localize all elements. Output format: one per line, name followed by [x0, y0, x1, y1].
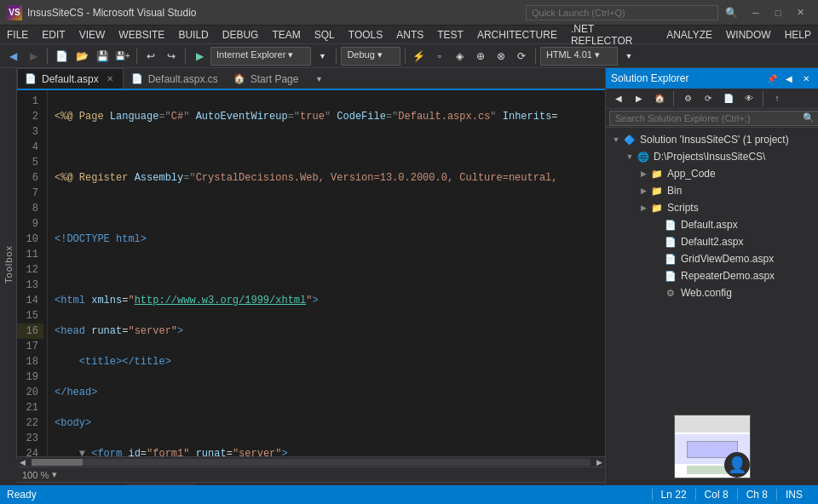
- se-sep-1: [673, 91, 674, 106]
- menu-ants[interactable]: ANTS: [389, 26, 430, 44]
- toolbar-btn-3[interactable]: ◈: [451, 47, 469, 66]
- html-version-selector[interactable]: HTML 4.01 ▾: [540, 47, 618, 66]
- code-content[interactable]: <%@ Page Language="C#" AutoEventWireup="…: [48, 90, 605, 456]
- open-file-button[interactable]: 📂: [72, 47, 91, 66]
- bin-icon: 📁: [650, 184, 664, 198]
- horizontal-scrollbar[interactable]: ◀ ▶: [17, 456, 605, 467]
- close-button[interactable]: ✕: [789, 2, 811, 24]
- menu-website[interactable]: WEBSITE: [112, 26, 171, 44]
- se-refresh-button[interactable]: ⟳: [699, 89, 717, 108]
- code-editor[interactable]: 1 2 3 4 5 6 7 8 9 10 11 12 13 14 15 16 1…: [17, 90, 605, 456]
- menu-debug[interactable]: DEBUG: [216, 26, 266, 44]
- minimize-button[interactable]: ─: [745, 2, 767, 24]
- se-node-solution[interactable]: ▼ 🔷 Solution 'InsusSiteCS' (1 project): [606, 131, 818, 148]
- quick-launch-input[interactable]: [526, 5, 718, 20]
- save-button[interactable]: 💾: [93, 47, 112, 66]
- status-ch: Ch 8: [737, 489, 776, 501]
- gridview-aspx-icon: 📄: [664, 252, 677, 266]
- tab-close-default-aspx[interactable]: ✕: [104, 73, 116, 85]
- tab-label-start-page: Start Page: [251, 73, 299, 85]
- se-back-button[interactable]: ◀: [609, 89, 628, 108]
- se-forward-button[interactable]: ▶: [630, 89, 648, 108]
- window-title: InsusSiteCS - Microsoft Visual Studio: [27, 7, 526, 19]
- tab-default-aspx-cs[interactable]: 📄 Default.aspx.cs: [124, 68, 226, 89]
- line-numbers: 1 2 3 4 5 6 7 8 9 10 11 12 13 14 15 16 1…: [17, 90, 48, 456]
- back-button[interactable]: ◀: [3, 47, 22, 66]
- toolbar-btn-4[interactable]: ⊕: [471, 47, 490, 66]
- toolbar-btn-5[interactable]: ⊗: [492, 47, 510, 66]
- scroll-thumb[interactable]: [32, 459, 83, 466]
- html-version-arrow[interactable]: ▼: [619, 47, 638, 66]
- se-show-all-button[interactable]: 👁: [740, 89, 758, 108]
- menu-net-reflector[interactable]: .NET REFLECTOR: [564, 26, 660, 44]
- se-node-app-code[interactable]: ▶ 📁 App_Code: [606, 165, 818, 182]
- se-node-project[interactable]: ▼ 🌐 D:\Projects\InsusSiteCS\: [606, 148, 818, 165]
- se-properties-button[interactable]: ⚙: [678, 89, 697, 108]
- se-node-gridview-aspx[interactable]: ▶ 📄 GridViewDemo.aspx: [606, 250, 818, 267]
- new-file-button[interactable]: 📄: [52, 47, 71, 66]
- forward-button[interactable]: ▶: [24, 47, 43, 66]
- se-close-button[interactable]: ✕: [799, 72, 813, 85]
- maximize-button[interactable]: □: [767, 2, 789, 24]
- scroll-right-btn[interactable]: ▶: [594, 458, 605, 467]
- se-new-file-button[interactable]: 📄: [719, 89, 738, 108]
- se-node-default-aspx[interactable]: ▶ 📄 Default.aspx: [606, 216, 818, 233]
- tab-dropdown-arrow[interactable]: ▼: [309, 70, 328, 89]
- toolbox-panel[interactable]: Toolbox: [0, 68, 17, 460]
- menu-analyze[interactable]: ANALYZE: [660, 26, 719, 44]
- main-editor-area: 📄 Default.aspx ✕ 📄 Default.aspx.cs 🏠 Sta…: [17, 68, 605, 504]
- vs-logo-icon: VS: [7, 5, 22, 20]
- tab-default-aspx[interactable]: 📄 Default.aspx ✕: [17, 68, 124, 89]
- toolbar-btn-2[interactable]: ▫: [430, 47, 449, 66]
- menu-window[interactable]: WINDOW: [719, 26, 778, 44]
- toolbar-btn-6[interactable]: ⟳: [512, 47, 531, 66]
- default2-aspx-label: Default2.aspx: [681, 236, 743, 248]
- undo-button[interactable]: ↩: [141, 47, 160, 66]
- se-node-web-config[interactable]: ▶ ⚙ Web.config: [606, 284, 818, 301]
- se-search-input[interactable]: [609, 111, 818, 126]
- menu-help[interactable]: HELP: [778, 26, 818, 44]
- se-node-scripts[interactable]: ▶ 📁 Scripts: [606, 199, 818, 216]
- solution-explorer-panel: Solution Explorer 📌 ◀ ✕ ◀ ▶ 🏠 ⚙ ⟳ 📄 👁 ↑ …: [605, 68, 818, 504]
- zoom-value: 100 %: [22, 470, 49, 480]
- se-collapse-button[interactable]: ↑: [768, 89, 786, 108]
- browser-dropdown-arrow[interactable]: ▼: [313, 47, 331, 66]
- se-search-icon: 🔍: [803, 112, 815, 123]
- save-all-button[interactable]: 💾+: [113, 47, 132, 66]
- se-node-default2-aspx[interactable]: ▶ 📄 Default2.aspx: [606, 233, 818, 250]
- tab-start-page[interactable]: 🏠 Start Page: [226, 68, 307, 89]
- menu-view[interactable]: VIEW: [72, 26, 112, 44]
- solution-label: Solution 'InsusSiteCS' (1 project): [640, 134, 789, 146]
- menu-team[interactable]: TEAM: [265, 26, 307, 44]
- solution-explorer-toolbar: ◀ ▶ 🏠 ⚙ ⟳ 📄 👁 ↑: [606, 89, 818, 109]
- bin-label: Bin: [667, 185, 682, 197]
- scripts-arrow: ▶: [637, 203, 650, 212]
- menu-architecture[interactable]: ARCHITECTURE: [470, 26, 564, 44]
- solution-explorer-search: 🔍: [606, 109, 818, 128]
- menu-file[interactable]: FILE: [0, 26, 35, 44]
- menu-sql[interactable]: SQL: [308, 26, 342, 44]
- browser-selector[interactable]: Internet Explorer ▾: [210, 47, 311, 66]
- se-node-repeater-aspx[interactable]: ▶ 📄 RepeaterDemo.aspx: [606, 267, 818, 284]
- menu-build[interactable]: BUILD: [171, 26, 215, 44]
- tab-label-default-aspx: Default.aspx: [42, 73, 99, 85]
- menu-test[interactable]: TEST: [430, 26, 470, 44]
- start-debug-button[interactable]: ▶: [190, 47, 209, 66]
- toolbar-btn-1[interactable]: ⚡: [410, 47, 429, 66]
- zoom-icon[interactable]: ▾: [52, 469, 57, 480]
- debug-mode-selector[interactable]: Debug ▾: [341, 47, 400, 66]
- start-page-icon: 🏠: [233, 73, 245, 84]
- se-node-bin[interactable]: ▶ 📁 Bin: [606, 182, 818, 199]
- app-code-arrow: ▶: [637, 169, 650, 178]
- scroll-track[interactable]: [32, 459, 590, 466]
- scroll-left-btn[interactable]: ◀: [17, 458, 28, 467]
- se-pin-button[interactable]: 📌: [765, 72, 779, 85]
- se-auto-hide-button[interactable]: ◀: [782, 72, 796, 85]
- redo-button[interactable]: ↪: [162, 47, 181, 66]
- status-ins: INS: [776, 489, 811, 501]
- menu-tools[interactable]: TOOLS: [342, 26, 389, 44]
- title-bar: VS InsusSiteCS - Microsoft Visual Studio…: [0, 0, 818, 26]
- menu-edit[interactable]: EDIT: [35, 26, 72, 44]
- app-code-label: App_Code: [667, 168, 716, 180]
- se-home-button[interactable]: 🏠: [650, 89, 669, 108]
